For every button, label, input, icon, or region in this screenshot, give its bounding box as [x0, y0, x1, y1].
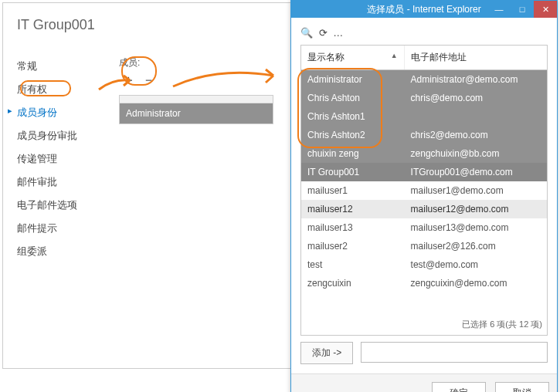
- cell-email: zengchuixin@bb.com: [405, 144, 547, 163]
- maximize-button[interactable]: □: [511, 1, 534, 18]
- cell-name: mailuser2: [301, 237, 405, 255]
- cell-name: zengcuixin: [301, 274, 405, 292]
- grid-blank-row: [301, 292, 547, 311]
- cell-name: Chris Ashton: [301, 89, 405, 107]
- grid-row[interactable]: mailuser12mailuser12@demo.com: [301, 200, 547, 218]
- ok-button[interactable]: 确定: [432, 382, 486, 392]
- cancel-button[interactable]: 取消: [495, 382, 549, 392]
- sidebar-item[interactable]: 传递管理: [17, 147, 119, 171]
- dialog-footer: 确定 取消: [291, 373, 557, 392]
- cell-email: chris2@demo.com: [405, 126, 547, 144]
- sort-asc-icon: ▲: [391, 52, 398, 59]
- dialog-titlebar[interactable]: 选择成员 - Internet Explorer — □ ✕: [291, 1, 557, 18]
- sidebar-item[interactable]: 邮件审批: [17, 171, 119, 194]
- sidebar-item[interactable]: 成员身份审批: [17, 124, 119, 147]
- cell-name: mailuser1: [301, 181, 405, 200]
- cell-email: Administrator@demo.com: [405, 70, 547, 89]
- grid-row[interactable]: mailuser1mailuser1@demo.com: [301, 181, 547, 200]
- grid-header[interactable]: 显示名称▲ 电子邮件地址: [301, 46, 547, 70]
- cell-name: Chris Ashton1: [301, 107, 405, 126]
- cell-email: mailuser2@126.com: [405, 237, 547, 255]
- cell-name: mailuser13: [301, 218, 405, 237]
- grid-row[interactable]: IT Group001ITGroup001@demo.com: [301, 163, 547, 181]
- refresh-icon[interactable]: ⟳: [319, 27, 328, 39]
- selection-status: 已选择 6 项(共 12 项): [301, 311, 547, 335]
- cell-name: IT Group001: [301, 163, 405, 181]
- cell-email: [405, 107, 547, 126]
- added-members-input[interactable]: [361, 342, 548, 363]
- sidebar-item[interactable]: 所有权: [17, 78, 119, 101]
- sidebar-item[interactable]: 组委派: [17, 240, 119, 263]
- sidebar-item[interactable]: 电子邮件选项: [17, 194, 119, 217]
- more-icon[interactable]: …: [333, 27, 343, 39]
- close-button[interactable]: ✕: [534, 1, 557, 18]
- grid-row[interactable]: zengcuixinzengcuixin@demo.com: [301, 274, 547, 292]
- members-grid: 显示名称▲ 电子邮件地址 AdministratorAdministrator@…: [300, 45, 548, 336]
- cell-email: mailuser12@demo.com: [405, 200, 547, 218]
- cell-email: ITGroup001@demo.com: [405, 163, 547, 181]
- members-label: 成员:: [119, 56, 140, 69]
- sidebar-item[interactable]: 邮件提示: [17, 217, 119, 240]
- members-list-header: [120, 96, 273, 103]
- toolbar: 🔍 ⟳ …: [300, 25, 548, 45]
- sidebar-item[interactable]: 常规: [17, 55, 119, 78]
- add-button[interactable]: 添加 ->: [300, 342, 353, 364]
- grid-row[interactable]: Chris Ashton1: [301, 107, 547, 126]
- cell-email: mailuser1@demo.com: [405, 181, 547, 200]
- cell-name: chuixin zeng: [301, 144, 405, 163]
- grid-row[interactable]: Chris Ashton2chris2@demo.com: [301, 126, 547, 144]
- select-members-dialog: 选择成员 - Internet Explorer — □ ✕ 🔍 ⟳ … 显示名…: [290, 0, 558, 392]
- cell-name: test: [301, 255, 405, 274]
- cell-email: test@demo.com: [405, 255, 547, 274]
- members-list-row[interactable]: Administrator: [120, 103, 273, 123]
- col-display-name[interactable]: 显示名称▲: [301, 46, 405, 69]
- cell-name: mailuser12: [301, 200, 405, 218]
- sidebar-item[interactable]: 成员身份: [17, 101, 119, 124]
- grid-row[interactable]: Chris Ashtonchris@demo.com: [301, 89, 547, 107]
- sidebar: 常规所有权成员身份成员身份审批传递管理邮件审批电子邮件选项邮件提示组委派: [3, 55, 119, 263]
- grid-row[interactable]: chuixin zengzengchuixin@bb.com: [301, 144, 547, 163]
- minimize-button[interactable]: —: [487, 1, 511, 18]
- cell-name: Chris Ashton2: [301, 126, 405, 144]
- members-list[interactable]: Administrator: [119, 95, 273, 124]
- search-icon[interactable]: 🔍: [300, 27, 313, 39]
- cell-email: zengcuixin@demo.com: [405, 274, 547, 292]
- cell-name: Administrator: [301, 70, 405, 89]
- grid-row[interactable]: mailuser13mailuser13@demo.com: [301, 218, 547, 237]
- grid-row[interactable]: testtest@demo.com: [301, 255, 547, 274]
- grid-row[interactable]: AdministratorAdministrator@demo.com: [301, 70, 547, 89]
- grid-row[interactable]: mailuser2mailuser2@126.com: [301, 237, 547, 255]
- col-email[interactable]: 电子邮件地址: [405, 46, 547, 69]
- dialog-title-text: 选择成员 - Internet Explorer: [367, 4, 480, 15]
- add-remove-buttons[interactable]: ＋ －: [119, 73, 160, 87]
- cell-email: mailuser13@demo.com: [405, 218, 547, 237]
- cell-email: chris@demo.com: [405, 89, 547, 107]
